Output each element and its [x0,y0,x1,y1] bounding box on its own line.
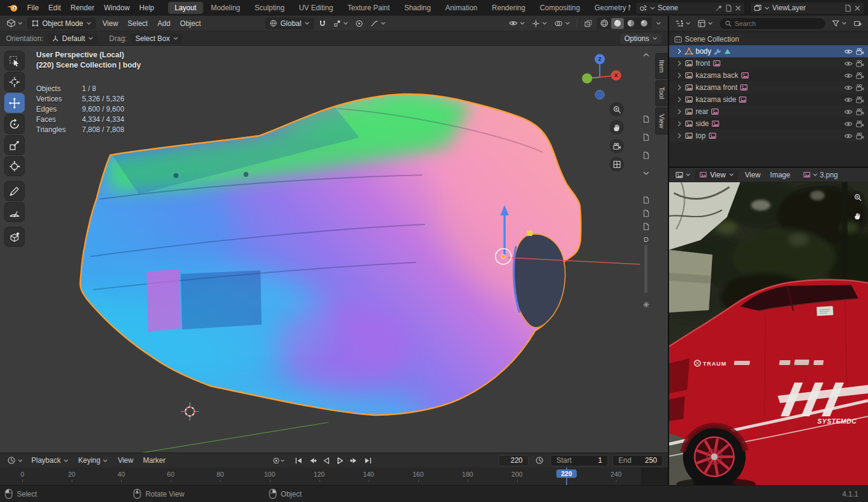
timeline-ruler[interactable]: 020406080100120140160180200220240 [0,468,668,485]
snap-settings-dropdown[interactable] [331,18,351,28]
transform-orientation-selector[interactable]: Global [265,17,314,30]
sidebar-tab-tool[interactable]: Tool [655,80,668,106]
new-collection-button[interactable] [851,18,864,29]
cursor-tool[interactable] [4,72,25,92]
start-frame-field[interactable]: Start1 [550,455,608,466]
add-cube-tool[interactable] [4,227,25,247]
time-clock-icon[interactable] [533,455,546,466]
outliner-row-kazama-front[interactable]: kazama front [669,81,868,94]
pin-icon[interactable] [715,4,723,11]
tab-compositing[interactable]: Compositing [533,2,587,14]
object-visibility-dropdown[interactable] [506,17,527,29]
options-button[interactable]: Options [620,33,662,44]
expand-icon[interactable] [676,109,682,115]
shading-dropdown[interactable] [653,20,664,27]
3d-viewport[interactable]: User Perspective (Local) (220) Scene Col… [0,46,668,453]
shading-wireframe-button[interactable] [598,18,611,29]
menu-render[interactable]: Render [66,2,99,14]
panel-icon[interactable] [641,208,652,218]
disable-in-render-icon[interactable] [855,83,864,92]
shading-rendered-button[interactable] [638,18,650,29]
mode-selector[interactable]: Object Mode [27,17,96,30]
expand-icon[interactable] [676,121,682,127]
timeline-menu-playback[interactable]: Playback [27,454,74,466]
tab-modeling[interactable]: Modeling [204,2,247,14]
tab-layout[interactable]: Layout [168,2,203,14]
gizmos-dropdown[interactable] [529,18,550,29]
panel-icon[interactable] [641,221,652,232]
hide-in-viewport-icon[interactable] [844,47,853,56]
menu-edit[interactable]: Edit [43,2,66,14]
tab-geometry-nodes[interactable]: Geometry Nodes [588,2,631,14]
expand-icon[interactable] [676,97,682,103]
shading-solid-button[interactable] [611,18,624,29]
decorate-icon[interactable] [641,299,652,310]
image-canvas[interactable]: SYSTEMDC TRAUM [669,182,868,485]
viewport-menu-object[interactable]: Object [175,17,206,30]
expand-icon[interactable] [676,84,682,91]
new-viewlayer-icon[interactable] [844,4,852,12]
annotate-tool[interactable] [4,181,25,201]
outliner-row-body[interactable]: body [669,45,868,57]
sidebar-tab-view[interactable]: View [655,107,668,135]
menu-file[interactable]: File [22,2,43,14]
tab-shading[interactable]: Shading [398,2,438,14]
disable-in-render-icon[interactable] [855,119,864,129]
menu-window[interactable]: Window [99,2,134,14]
current-frame-badge[interactable]: 220 [556,469,577,478]
new-scene-icon[interactable] [725,4,732,12]
viewport-menu-select[interactable]: Select [123,17,153,30]
expand-chevron-icon[interactable] [641,168,652,179]
select-box-tool[interactable] [4,51,25,71]
close-icon[interactable] [735,5,741,11]
viewlayer-selector[interactable]: ViewLayer [750,2,864,14]
outliner-row-kazama-back[interactable]: kazama back [669,69,868,81]
menu-help[interactable]: Help [134,2,159,14]
disable-in-render-icon[interactable] [855,59,864,68]
editor-type-button[interactable] [4,17,25,29]
navigation-gizmo[interactable]: Z X [576,53,624,101]
sidebar-tab-item[interactable]: Item [655,53,668,79]
hide-in-viewport-icon[interactable] [844,71,853,80]
search-input[interactable] [735,20,820,27]
zoom-icon[interactable] [851,191,864,204]
image-datablock-selector[interactable]: 3.png [800,170,840,180]
hide-in-viewport-icon[interactable] [844,132,853,141]
tab-uv-editing[interactable]: UV Editing [292,2,340,14]
panel-icon[interactable] [641,150,652,160]
move-tool[interactable] [4,93,25,113]
blender-logo-icon[interactable] [6,3,19,13]
editor-type-button[interactable] [673,18,693,29]
3d-scene-canvas[interactable] [29,46,668,453]
panel-icon[interactable] [641,132,652,142]
editor-type-button[interactable] [5,455,25,466]
disable-in-render-icon[interactable] [855,95,864,104]
outliner-row-side[interactable]: side [669,118,868,130]
panel-scrollbar[interactable] [644,245,647,293]
previous-keyframe-button[interactable] [306,454,318,466]
tab-animation[interactable]: Animation [439,2,484,14]
orthographic-toggle-icon[interactable] [609,157,624,171]
scene-selector[interactable]: Scene [635,2,745,14]
outliner-search[interactable] [720,18,825,29]
axis-x-label[interactable]: X [614,72,618,78]
xray-toggle[interactable] [582,18,595,29]
camera-view-icon[interactable] [609,139,624,153]
jump-to-end-button[interactable] [362,454,374,466]
disable-in-render-icon[interactable] [855,47,864,56]
editor-type-button[interactable] [673,170,693,180]
expand-icon[interactable] [676,72,682,78]
outliner-row-top[interactable]: top [669,130,868,142]
tab-rendering[interactable]: Rendering [485,2,532,14]
viewport-menu-add[interactable]: Add [153,17,175,30]
panel-icon[interactable] [641,113,652,124]
overlays-dropdown[interactable] [552,18,573,29]
display-mode-button[interactable] [695,18,715,29]
play-reverse-button[interactable] [320,454,332,466]
image-mode-selector[interactable]: View [695,170,738,180]
outliner-row-front[interactable]: front [669,57,868,69]
close-icon[interactable] [854,5,861,11]
timeline-menu-marker[interactable]: Marker [138,454,170,466]
timeline-menu-keying[interactable]: Keying [74,454,113,466]
image-menu-image[interactable]: Image [766,169,795,181]
